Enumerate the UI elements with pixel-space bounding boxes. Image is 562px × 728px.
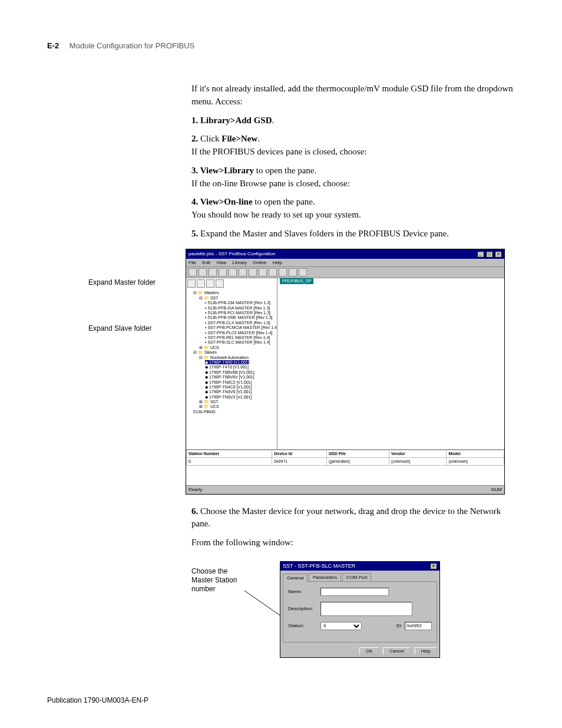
page-number: E-2: [47, 41, 59, 50]
step-2-note: If the PROFIBUS devices pane is closed, …: [191, 146, 515, 159]
toolbar-button[interactable]: [219, 268, 227, 276]
tree-slave-item[interactable]: ◆ 1790P-T4T0 [V1.001]: [205, 365, 276, 370]
tree-sst-folder[interactable]: ⊟ 📁 SST ▪ 5136-PFB-104 MASTER [Rev 1.3]▪…: [199, 296, 276, 345]
minimize-button[interactable]: _: [477, 251, 484, 258]
menu-edit[interactable]: Edit: [202, 260, 210, 265]
dialog-title: SST - SST-PFB-SLC MASTER: [283, 563, 355, 569]
tree-master-item[interactable]: ▪ SST-PFB-CLX MASTER [Rev 1.0]: [205, 321, 276, 325]
tree-master-item[interactable]: ▪ 5136-PFB-VME MASTER [Rev 1.3]: [205, 315, 276, 320]
callout-expand-master: Expand Master folder: [88, 278, 156, 287]
toolbar-button[interactable]: [189, 268, 197, 276]
step-1: 1. Library>Add GSD.: [191, 114, 515, 127]
menu-view[interactable]: View: [216, 260, 226, 265]
tree-last-item[interactable]: 5136-PBMS: [193, 410, 276, 414]
step-2: 2. Click File>New.: [191, 133, 515, 146]
step-3-note: If the on-line Browse pane is closed, ch…: [191, 177, 515, 190]
figure-dialog: Choose the Master Station number SST - S…: [191, 561, 515, 667]
close-button[interactable]: ×: [495, 251, 502, 258]
name-field[interactable]: [320, 588, 389, 596]
tree-slaves-folder[interactable]: ⊟ 📁 Slaves ⊟ 📁 Rockwell Automation ◆ 179…: [193, 350, 276, 410]
tab-general[interactable]: General: [283, 574, 308, 582]
description-label: Description:: [288, 606, 320, 611]
callout-expand-slave: Expand Slave folder: [88, 324, 151, 333]
toolbar-button[interactable]: [209, 268, 217, 276]
description-field[interactable]: [320, 602, 412, 616]
menu-library[interactable]: Library: [233, 260, 247, 265]
col-station[interactable]: Station Number: [187, 450, 272, 458]
dialog-titlebar[interactable]: SST - SST-PFB-SLC MASTER ×: [280, 562, 439, 571]
tree-slave-item[interactable]: ◆ 1790P-TN4V0 [V1.001]: [205, 390, 276, 394]
tree-master-item[interactable]: ▪ SST-PFB-SLC MASTER [Rev 1.4]: [205, 340, 276, 345]
step-4-note: You should now be ready to set up your s…: [191, 209, 515, 222]
tree-master-item[interactable]: ▪ SST-PFB-REL MASTER [Rev 1.4]: [205, 335, 276, 340]
tree-master-item[interactable]: ▪ 5136-PFB-ISA MASTER [Rev 1.3]: [205, 306, 276, 311]
tree-master-item[interactable]: ▪ 5136-PFB-104 MASTER [Rev 1.3]: [205, 301, 276, 305]
menubar[interactable]: File Edit View Library Online Help: [186, 259, 504, 268]
menu-file[interactable]: File: [189, 260, 196, 265]
toolbar-button[interactable]: [229, 268, 237, 276]
toolbar-button[interactable]: [239, 268, 247, 276]
tree-slave-item[interactable]: ◆ 1790P-TN4C0 [V1.001]: [205, 385, 276, 390]
id-label: ID:: [396, 623, 402, 628]
device-grid[interactable]: Station Number Device Id GSD File Vendor…: [186, 449, 504, 485]
window-buttons[interactable]: _ □ ×: [477, 251, 502, 258]
toolbar-button[interactable]: [259, 268, 267, 276]
toolbar[interactable]: [186, 267, 504, 278]
step-5: 5. Expand the Master and Slaves folders …: [191, 228, 515, 241]
step-4: 4. View>On-line to open the pane.: [191, 196, 515, 209]
station-select[interactable]: 0: [320, 622, 362, 630]
page-header: E-2 Module Configuration for PROFIBUS: [47, 41, 515, 50]
device-tree-pane[interactable]: ⊟ 📁 Masters ⊟ 📁 SST ▪ 5136-PFB-104 MASTE…: [186, 278, 277, 449]
section-title: Module Configuration for PROFIBUS: [70, 41, 194, 50]
tree-masters-folder[interactable]: ⊟ 📁 Masters ⊟ 📁 SST ▪ 5136-PFB-104 MASTE…: [193, 291, 276, 350]
status-text: Ready: [189, 486, 202, 493]
tree-slave-item[interactable]: ◆ 1790P-T4R0 [V1.001]: [205, 360, 276, 365]
tree-master-item[interactable]: ▪ SST-PFB-PLC5 MASTER [Rev 1.4]: [205, 331, 276, 335]
master-properties-dialog: SST - SST-PFB-SLC MASTER × General Param…: [280, 561, 440, 658]
menu-online[interactable]: Online: [253, 260, 266, 265]
tree-slave-item[interactable]: ◆ 1790P-T8BV8V [V1.001]: [205, 375, 276, 380]
toolbar-button[interactable]: [269, 268, 277, 276]
col-vendor[interactable]: Vendor: [389, 450, 447, 458]
window-titlebar[interactable]: paulette.pbc - SST Profibus Configuratio…: [186, 249, 504, 259]
tree-ucs2-folder[interactable]: ⊞ 📁 UCS: [199, 404, 276, 409]
network-pane[interactable]: PROFIBUS_DP: [277, 278, 504, 449]
menu-help[interactable]: Help: [273, 260, 282, 265]
window-title: paulette.pbc - SST Profibus Configuratio…: [189, 251, 276, 258]
toolbar-button[interactable]: [199, 268, 207, 276]
tree-slave-item[interactable]: ◆ 1790P-TN0C2 [V1.001]: [205, 380, 276, 385]
station-label: Station:: [288, 623, 320, 628]
publication-footer: Publication 1790-UM003A-EN-P: [47, 696, 148, 704]
col-deviceid[interactable]: Device Id: [272, 450, 327, 458]
tree-slave-item[interactable]: ◆ 1790P-TN0V2 [V1.001]: [205, 395, 276, 400]
sst-profibus-window: paulette.pbc - SST Profibus Configuratio…: [186, 249, 505, 495]
tab-comport[interactable]: COM Port: [342, 573, 372, 581]
intro-paragraph: If it's not already installed, add the t…: [191, 83, 515, 108]
toolbar-button[interactable]: [279, 268, 287, 276]
callout-master-station: Choose the Master Station number: [191, 567, 250, 594]
network-label[interactable]: PROFIBUS_DP: [280, 278, 313, 284]
cancel-button[interactable]: Cancel: [383, 647, 411, 655]
grid-row[interactable]: 0 0x0971 (generated) (unknown) (unknown): [187, 458, 504, 466]
id-field[interactable]: [405, 622, 432, 630]
dialog-tabs[interactable]: General Parameters COM Port: [280, 571, 439, 581]
dialog-close-button[interactable]: ×: [430, 563, 437, 569]
tab-parameters[interactable]: Parameters: [309, 573, 341, 581]
step-6: 6. Choose the Master device for your net…: [191, 505, 515, 531]
toolbar-button[interactable]: [249, 268, 257, 276]
tree-slave-item[interactable]: ◆ 1790P-T8BV8B [V1.001]: [205, 370, 276, 375]
statusbar: Ready NUM: [186, 485, 504, 494]
col-model[interactable]: Model: [447, 450, 504, 458]
help-button[interactable]: Help: [415, 647, 437, 655]
tree-ucs-folder[interactable]: ⊞ 📁 UCS: [199, 345, 276, 350]
tree-master-item[interactable]: ▪ SST-PFB-PCMCIA MASTER [Rev 1.4]: [205, 325, 276, 330]
maximize-button[interactable]: □: [486, 251, 493, 258]
step-3: 3. View>Library to open the pane.: [191, 164, 515, 177]
tree-master-item[interactable]: ▪ 5136-PFB-PCI MASTER [Rev 1.3]: [205, 311, 276, 315]
tree-ra-folder[interactable]: ⊟ 📁 Rockwell Automation ◆ 1790P-T4R0 [V1…: [199, 355, 276, 400]
col-gsd[interactable]: GSD File: [326, 450, 389, 458]
ok-button[interactable]: OK: [359, 647, 379, 655]
toolbar-button[interactable]: [299, 268, 307, 276]
figure-app-window: Expand Master folder Expand Slave folder…: [186, 249, 515, 495]
toolbar-button[interactable]: [289, 268, 297, 276]
